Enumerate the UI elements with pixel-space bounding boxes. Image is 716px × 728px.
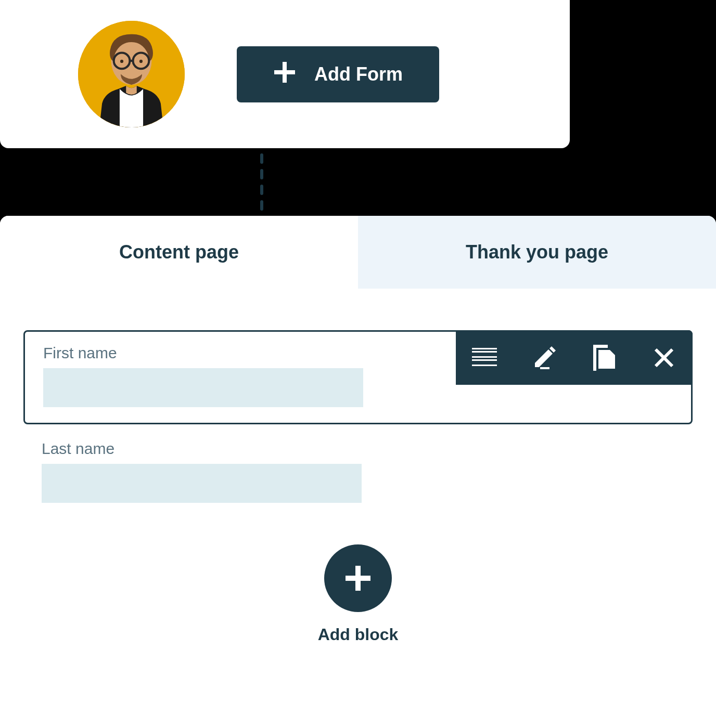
tabs-container: Content page Thank you page bbox=[0, 216, 716, 289]
header-card: Add Form bbox=[0, 0, 570, 148]
svg-rect-15 bbox=[540, 367, 549, 369]
add-form-label: Add Form bbox=[314, 63, 403, 85]
editor-panel: Content page Thank you page First name bbox=[0, 216, 716, 728]
plus-icon bbox=[273, 61, 296, 88]
field-label: Last name bbox=[42, 440, 674, 458]
avatar-image bbox=[78, 21, 185, 127]
add-block-section: Add block bbox=[23, 544, 693, 644]
tab-content-page[interactable]: Content page bbox=[0, 216, 358, 289]
plus-icon bbox=[343, 564, 373, 593]
add-block-button[interactable] bbox=[324, 544, 392, 612]
close-icon bbox=[654, 347, 674, 368]
menu-icon bbox=[472, 348, 497, 368]
close-button[interactable] bbox=[651, 345, 677, 371]
avatar bbox=[78, 21, 185, 127]
edit-icon bbox=[533, 346, 556, 369]
copy-icon bbox=[593, 345, 615, 371]
svg-rect-9 bbox=[472, 348, 497, 349]
edit-button[interactable] bbox=[531, 345, 557, 371]
svg-rect-19 bbox=[346, 576, 370, 581]
svg-rect-13 bbox=[472, 365, 497, 366]
field-block-first-name[interactable]: First name bbox=[23, 330, 693, 424]
tab-label: Content page bbox=[119, 241, 239, 263]
content-area: First name bbox=[0, 289, 716, 665]
svg-point-6 bbox=[139, 60, 143, 63]
svg-point-5 bbox=[120, 60, 123, 63]
menu-button[interactable] bbox=[471, 345, 497, 371]
copy-button[interactable] bbox=[591, 345, 617, 371]
svg-rect-10 bbox=[472, 351, 497, 353]
svg-rect-11 bbox=[472, 356, 497, 358]
tab-label: Thank you page bbox=[466, 241, 608, 263]
svg-rect-8 bbox=[274, 70, 295, 74]
svg-rect-12 bbox=[472, 359, 497, 361]
connector-line bbox=[260, 148, 263, 216]
field-toolbar bbox=[456, 330, 693, 385]
add-form-button[interactable]: Add Form bbox=[237, 46, 439, 102]
tab-thank-you-page[interactable]: Thank you page bbox=[358, 216, 716, 289]
field-block-last-name[interactable]: Last name bbox=[23, 440, 693, 503]
last-name-input[interactable] bbox=[42, 464, 362, 503]
add-block-label: Add block bbox=[318, 625, 399, 644]
first-name-input[interactable] bbox=[43, 368, 363, 407]
